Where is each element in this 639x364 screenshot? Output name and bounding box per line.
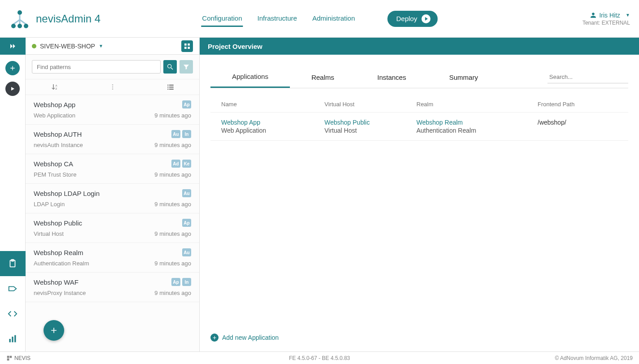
pattern-item[interactable]: Webshop LDAP Login Au LDAP Login 9 minut… <box>26 184 199 213</box>
row-name-sub: Web Application <box>221 127 324 134</box>
expand-rail-button[interactable] <box>0 38 26 55</box>
nav-infrastructure[interactable]: Infrastructure <box>257 11 298 27</box>
tab-realms[interactable]: Realms <box>290 67 356 87</box>
badge: Au <box>182 248 191 256</box>
add-pattern-fab[interactable] <box>44 320 64 341</box>
svg-text:A: A <box>55 84 57 87</box>
deploy-button[interactable]: Deploy <box>387 11 438 27</box>
user-name-label: Iris Hitz <box>599 12 620 19</box>
col-name: Name <box>221 101 324 108</box>
row-path: /webshop/ <box>538 119 617 126</box>
rail-chart-button[interactable] <box>0 326 26 351</box>
chevron-right-double-icon <box>8 42 17 51</box>
plus-icon <box>9 65 16 72</box>
tab-summary[interactable]: Summary <box>428 67 499 87</box>
svg-rect-13 <box>184 43 187 46</box>
list-view-button[interactable] <box>141 83 199 91</box>
tab-applications[interactable]: Applications <box>210 66 290 88</box>
svg-rect-14 <box>188 43 190 46</box>
pattern-time: 9 minutes ago <box>154 201 191 208</box>
sidebar: SIVEN-WEB-SHOP ▼ AZ <box>26 38 200 351</box>
code-icon <box>8 309 18 319</box>
pattern-time: 9 minutes ago <box>154 171 191 178</box>
pattern-name: Webshop AUTH <box>34 130 82 138</box>
col-path: Frontend Path <box>538 101 617 108</box>
pattern-time: 9 minutes ago <box>154 230 191 237</box>
more-vertical-icon <box>109 83 116 91</box>
add-application-label: Add new Application <box>222 334 279 341</box>
pattern-item[interactable]: Webshop CA AdKe PEM Trust Store 9 minute… <box>26 154 199 184</box>
svg-point-23 <box>112 88 113 90</box>
svg-rect-31 <box>10 355 12 358</box>
svg-point-22 <box>112 87 113 88</box>
deploy-label: Deploy <box>396 15 417 22</box>
project-selector[interactable]: SIVEN-WEB-SHOP ▼ <box>26 38 199 55</box>
pattern-time: 9 minutes ago <box>154 290 191 296</box>
pattern-item[interactable]: Webshop App Ap Web Application 9 minutes… <box>26 95 199 125</box>
pattern-time: 9 minutes ago <box>154 260 191 267</box>
sort-toolbar: AZ <box>26 79 199 95</box>
pattern-type: Authentication Realm <box>34 260 89 267</box>
user-icon <box>590 12 596 18</box>
svg-point-17 <box>168 65 171 68</box>
nav-administration[interactable]: Administration <box>311 11 356 27</box>
svg-line-4 <box>20 20 26 24</box>
sort-alpha-button[interactable]: AZ <box>26 83 83 91</box>
rail-clipboard-button[interactable] <box>0 251 26 276</box>
rail-add-button[interactable] <box>5 61 20 75</box>
add-application-button[interactable]: + Add new Application <box>210 334 279 342</box>
tenant-label: Tenant: EXTERNAL <box>582 20 630 26</box>
svg-rect-32 <box>7 358 9 360</box>
pattern-type: Web Application <box>34 112 75 119</box>
svg-rect-25 <box>169 85 174 86</box>
pattern-item[interactable]: Webshop Public Ap Virtual Host 9 minutes… <box>26 213 199 243</box>
play-icon <box>422 14 431 23</box>
rail-play-button[interactable] <box>5 82 20 96</box>
svg-point-0 <box>18 10 22 15</box>
footer: NEVIS FE 4.5.0-67 - BE 4.5.0.83 © AdNovu… <box>0 351 639 364</box>
pattern-item[interactable]: Webshop Realm Au Authentication Realm 9 … <box>26 243 199 273</box>
grid-view-button[interactable] <box>181 40 193 52</box>
svg-rect-30 <box>7 355 9 358</box>
nav-configuration[interactable]: Configuration <box>201 11 243 27</box>
brand: nevisAdmin 4 <box>9 8 101 30</box>
sort-alpha-icon: AZ <box>51 83 59 91</box>
table-search-input[interactable] <box>547 71 628 83</box>
applications-table: Name Virtual Host Realm Frontend Path We… <box>210 96 628 141</box>
rail-tag-button[interactable] <box>0 276 26 301</box>
svg-rect-24 <box>167 85 168 86</box>
brand-icon <box>9 8 31 30</box>
svg-rect-11 <box>12 337 13 342</box>
brand-text: nevisAdmin 4 <box>36 13 101 25</box>
app-header: nevisAdmin 4 Configuration Infrastructur… <box>0 0 639 38</box>
top-nav: Configuration Infrastructure Administrat… <box>201 11 438 27</box>
row-vhost-link[interactable]: Webshop Public <box>324 119 416 126</box>
pattern-type: PEM Trust Store <box>34 171 76 178</box>
table-row[interactable]: Webshop App Web Application Webshop Publ… <box>210 113 628 141</box>
page-title: Project Overview <box>200 38 639 55</box>
user-menu[interactable]: Iris Hitz ▼ Tenant: EXTERNAL <box>582 12 630 26</box>
tab-instances[interactable]: Instances <box>356 67 428 87</box>
pattern-time: 9 minutes ago <box>154 112 191 119</box>
row-name-link[interactable]: Webshop App <box>221 119 324 126</box>
more-button[interactable] <box>83 83 141 91</box>
svg-line-18 <box>171 68 173 69</box>
filter-icon <box>183 63 190 70</box>
badge: In <box>182 130 191 138</box>
pattern-item[interactable]: Webshop WAF ApIn nevisProxy Instance 9 m… <box>26 273 199 302</box>
col-vhost: Virtual Host <box>324 101 416 108</box>
pattern-type: nevisAuth Instance <box>34 142 83 148</box>
row-realm-link[interactable]: Webshop Realm <box>416 119 538 126</box>
badge: Ke <box>182 160 191 168</box>
search-button[interactable] <box>163 60 177 74</box>
chart-icon <box>8 334 17 343</box>
row-realm-sub: Authentication Realm <box>416 127 538 134</box>
rail-code-button[interactable] <box>0 301 26 326</box>
svg-rect-28 <box>167 89 168 90</box>
tabs: Applications Realms Instances Summary <box>210 66 628 88</box>
svg-rect-15 <box>184 47 187 49</box>
filter-button[interactable] <box>179 60 193 74</box>
pattern-search-input[interactable] <box>32 60 161 74</box>
pattern-item[interactable]: Webshop AUTH AuIn nevisAuth Instance 9 m… <box>26 125 199 154</box>
pattern-name: Webshop WAF <box>34 278 79 286</box>
